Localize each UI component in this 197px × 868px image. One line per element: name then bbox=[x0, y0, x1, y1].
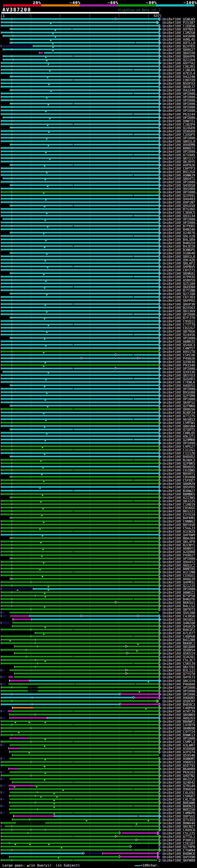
hit-bar-segment[interactable] bbox=[1, 544, 159, 546]
hit-bar-segment[interactable] bbox=[1, 368, 159, 369]
hit-bar-segment[interactable] bbox=[1, 581, 159, 583]
hit-bar-segment[interactable] bbox=[1, 758, 5, 759]
hit-bar-segment[interactable] bbox=[1, 93, 159, 94]
hit-bar-segment[interactable] bbox=[1, 649, 159, 651]
hit-bar-segment[interactable] bbox=[1, 157, 159, 159]
hit-bar-segment[interactable] bbox=[12, 622, 159, 623]
hit-bar-segment[interactable] bbox=[1, 639, 159, 641]
hit-bar-segment[interactable] bbox=[14, 673, 159, 674]
hit-bar-segment[interactable] bbox=[85, 852, 101, 854]
hit-bar-segment[interactable] bbox=[9, 612, 159, 613]
hit-bar-segment[interactable] bbox=[1, 659, 159, 661]
hit-bar-segment[interactable] bbox=[1, 167, 159, 169]
hit-bar-segment[interactable] bbox=[1, 228, 159, 230]
hit-bar-segment[interactable] bbox=[1, 836, 159, 837]
hit-bar-segment[interactable] bbox=[1, 235, 159, 237]
hit-bar-segment[interactable] bbox=[1, 408, 159, 410]
hit-bar-segment[interactable] bbox=[9, 676, 13, 678]
hit-bar-segment[interactable] bbox=[14, 676, 159, 678]
alignment-row[interactable]: UniRef100_Q6FW89 bbox=[0, 859, 197, 862]
hit-bar-segment[interactable] bbox=[1, 347, 159, 349]
hit-bar-segment[interactable] bbox=[1, 805, 5, 807]
hit-bar-segment[interactable] bbox=[1, 548, 159, 549]
hit-bar-segment[interactable] bbox=[1, 615, 6, 617]
hit-bar-segment[interactable] bbox=[1, 435, 159, 437]
hit-bar-segment[interactable] bbox=[1, 276, 159, 277]
hit-bar-segment[interactable] bbox=[1, 25, 159, 27]
hit-bar-segment[interactable] bbox=[33, 588, 159, 590]
hit-bar-segment[interactable] bbox=[1, 724, 159, 725]
hit-bar-segment[interactable] bbox=[1, 846, 130, 847]
hit-bar-segment[interactable] bbox=[1, 564, 159, 566]
hit-bar-segment[interactable] bbox=[1, 242, 159, 244]
hit-bar-segment[interactable] bbox=[1, 720, 159, 722]
hit-bar-segment[interactable] bbox=[1, 307, 159, 308]
hit-bar-segment[interactable] bbox=[5, 826, 159, 827]
hit-bar-segment[interactable] bbox=[1, 123, 159, 125]
hit-bar-segment[interactable] bbox=[10, 127, 159, 128]
hit-bar-segment[interactable] bbox=[1, 852, 83, 854]
hit-bar-segment[interactable] bbox=[38, 690, 159, 691]
hit-bar-segment[interactable] bbox=[1, 479, 159, 481]
hit-label[interactable]: UniRef100_Q6FW89 bbox=[163, 859, 195, 862]
hit-bar-segment[interactable] bbox=[1, 486, 159, 488]
hit-bar-segment[interactable] bbox=[1, 432, 159, 434]
hit-bar-segment[interactable] bbox=[1, 141, 159, 142]
hit-bar-segment[interactable] bbox=[1, 69, 159, 70]
hit-bar-segment[interactable] bbox=[1, 327, 159, 329]
hit-bar-segment[interactable] bbox=[1, 388, 159, 390]
hit-bar-segment[interactable] bbox=[1, 364, 159, 366]
hit-bar-segment[interactable] bbox=[1, 286, 159, 287]
hit-bar-segment[interactable] bbox=[1, 174, 159, 176]
hit-bar-segment[interactable] bbox=[1, 629, 159, 630]
hit-bar-segment[interactable] bbox=[1, 161, 159, 162]
hit-bar-segment[interactable] bbox=[3, 117, 159, 118]
hit-bar-segment[interactable] bbox=[1, 296, 159, 298]
hit-bar-segment[interactable] bbox=[1, 727, 159, 729]
hit-bar-segment[interactable] bbox=[1, 554, 159, 556]
hit-bar-segment[interactable] bbox=[122, 832, 158, 834]
hit-bar-segment[interactable] bbox=[1, 249, 159, 250]
hit-bar-segment[interactable] bbox=[1, 561, 159, 563]
hit-bar-segment[interactable] bbox=[1, 452, 159, 454]
hit-bar-segment[interactable] bbox=[1, 832, 119, 834]
hit-bar-segment[interactable] bbox=[10, 273, 159, 274]
hit-bar-segment[interactable] bbox=[10, 456, 159, 457]
hit-bar-segment[interactable] bbox=[9, 758, 159, 759]
hit-bar-segment[interactable] bbox=[1, 527, 159, 529]
hit-bar-segment[interactable] bbox=[1, 79, 159, 81]
hit-bar-segment[interactable] bbox=[1, 829, 159, 831]
hit-bar-segment[interactable] bbox=[1, 289, 159, 291]
hit-bar-segment[interactable] bbox=[3, 35, 159, 37]
hit-bar-segment[interactable] bbox=[1, 765, 159, 766]
hit-bar-segment[interactable] bbox=[1, 520, 159, 522]
hit-bar-segment[interactable] bbox=[9, 680, 29, 681]
hit-bar-segment[interactable] bbox=[1, 266, 159, 267]
hit-bar-segment[interactable] bbox=[1, 771, 5, 773]
hit-bar-segment[interactable] bbox=[10, 476, 159, 477]
hit-bar-segment[interactable] bbox=[122, 704, 159, 705]
hit-bar-segment[interactable] bbox=[10, 517, 159, 519]
hit-bar-segment[interactable] bbox=[1, 822, 16, 824]
hit-bar-segment[interactable] bbox=[1, 154, 159, 155]
hit-bar-segment[interactable] bbox=[1, 826, 4, 827]
hit-bar-segment[interactable] bbox=[1, 734, 159, 736]
hit-bar-segment[interactable] bbox=[1, 741, 159, 742]
hit-bar-segment[interactable] bbox=[45, 822, 159, 824]
hit-bar-segment[interactable] bbox=[28, 687, 38, 688]
hit-bar-segment[interactable] bbox=[1, 283, 159, 284]
hit-bar-segment[interactable] bbox=[102, 852, 158, 854]
hit-bar-segment[interactable] bbox=[54, 815, 159, 817]
hit-bar-segment[interactable] bbox=[44, 52, 159, 54]
hit-bar-segment[interactable] bbox=[10, 76, 159, 77]
hit-bar-segment[interactable] bbox=[9, 809, 159, 810]
hit-bar-segment[interactable] bbox=[9, 717, 47, 719]
hit-bar-segment[interactable] bbox=[12, 754, 159, 756]
hit-bar-segment[interactable] bbox=[1, 585, 159, 586]
hit-bar-segment[interactable] bbox=[1, 676, 5, 678]
hit-bar-segment[interactable] bbox=[10, 164, 159, 166]
hit-bar-segment[interactable] bbox=[1, 303, 159, 305]
hit-bar-segment[interactable] bbox=[1, 137, 159, 138]
hit-bar-segment[interactable] bbox=[12, 707, 34, 709]
hit-bar-segment[interactable] bbox=[10, 429, 159, 430]
